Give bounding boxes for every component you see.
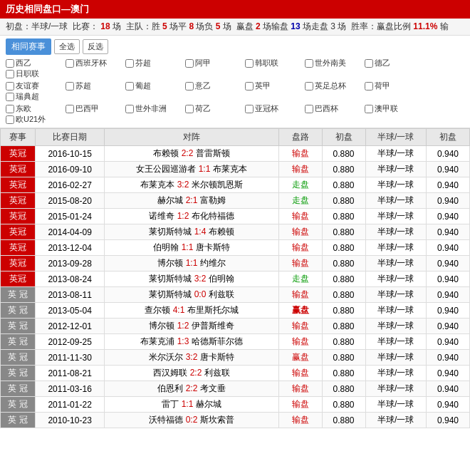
table-row: 英 冠2011-01-22雷丁 1:1 赫尔城输盘0.880半球/一球0.940 xyxy=(1,397,470,413)
cell-odds2: 0.940 xyxy=(426,413,469,428)
cell-handicap: 半球/一球 xyxy=(365,271,426,287)
col-odds1: 初盘 xyxy=(322,129,365,146)
cell-date: 2011-08-21 xyxy=(35,366,105,381)
cell-odds1: 0.880 xyxy=(322,240,365,256)
checkbox-item[interactable]: 东欧 xyxy=(6,103,63,114)
same-match-button[interactable]: 相同赛事 xyxy=(6,38,51,55)
cell-handicap: 半球/一球 xyxy=(365,366,426,381)
cell-odds2: 0.940 xyxy=(426,209,469,224)
table-row: 英冠2013-09-28博尔顿 1:1 约维尔输盘0.880半球/一球0.940 xyxy=(1,256,470,271)
cell-handicap: 半球/一球 xyxy=(365,193,426,209)
cell-pan: 输盘 xyxy=(278,256,322,271)
checkbox-item[interactable]: 澳甲联 xyxy=(365,103,422,114)
cell-league: 英冠 xyxy=(1,240,36,256)
cell-pan: 赢盘 xyxy=(278,303,322,319)
table-row: 英冠2013-12-04伯明翰 1:1 唐卡斯特输盘0.880半球/一球0.94… xyxy=(1,240,470,256)
checkbox-item[interactable]: 芬超 xyxy=(125,58,182,68)
cell-odds2: 0.940 xyxy=(426,381,469,397)
select-all-button[interactable]: 全选 xyxy=(54,39,80,54)
cell-league: 英冠 xyxy=(1,256,36,271)
cell-league: 英 冠 xyxy=(1,287,36,303)
cell-pan: 输盘 xyxy=(278,366,322,381)
cell-pan: 走盘 xyxy=(278,177,322,193)
cell-pan: 输盘 xyxy=(278,146,322,162)
checkbox-item[interactable]: 荷甲 xyxy=(365,81,422,91)
col-teams: 对阵 xyxy=(105,129,278,146)
checkbox-item[interactable]: 瑞典超 xyxy=(6,91,63,102)
cell-date: 2016-10-15 xyxy=(35,146,105,162)
checkbox-item[interactable]: 苏超 xyxy=(66,81,122,91)
checkbox-item[interactable]: 世外非洲 xyxy=(125,103,182,114)
cell-pan: 输盘 xyxy=(278,397,322,413)
cell-handicap: 半球/一球 xyxy=(365,334,426,350)
cell-pan: 输盘 xyxy=(278,381,322,397)
checkbox-item[interactable]: 荷乙 xyxy=(185,103,242,114)
cell-handicap: 半球/一球 xyxy=(365,413,426,428)
cell-handicap: 半球/一球 xyxy=(365,303,426,319)
table-row: 英冠2015-08-20赫尔城 2:1 富勒姆走盘0.880半球/一球0.940 xyxy=(1,193,470,209)
checkbox-item[interactable]: 意乙 xyxy=(185,81,242,91)
cell-odds2: 0.940 xyxy=(426,177,469,193)
checkbox-item[interactable]: 亚冠杯 xyxy=(245,103,302,114)
cell-handicap: 半球/一球 xyxy=(365,209,426,224)
cell-odds1: 0.880 xyxy=(322,224,365,240)
cell-odds2: 0.940 xyxy=(426,319,469,334)
col-pan: 盘路 xyxy=(278,129,322,146)
cell-handicap: 半球/一球 xyxy=(365,240,426,256)
cell-odds2: 0.940 xyxy=(426,271,469,287)
checkbox-item[interactable]: 友谊赛 xyxy=(6,81,63,91)
checkbox-item[interactable]: 英甲 xyxy=(245,81,302,91)
cell-handicap: 半球/一球 xyxy=(365,381,426,397)
checkbox-item[interactable]: 欧U21外 xyxy=(6,114,63,125)
cell-league: 英冠 xyxy=(1,224,36,240)
cell-odds1: 0.880 xyxy=(322,334,365,350)
checkbox-item[interactable]: 巴西甲 xyxy=(66,103,122,114)
checkbox-item[interactable]: 韩职联 xyxy=(245,58,302,68)
cell-teams: 布莱克浦 1:3 哈德斯菲尔德 xyxy=(105,334,278,350)
cell-date: 2013-08-24 xyxy=(35,271,105,287)
cell-teams: 西汉姆联 2:2 利兹联 xyxy=(105,366,278,381)
cell-pan: 输盘 xyxy=(278,209,322,224)
cell-handicap: 半球/一球 xyxy=(365,224,426,240)
cell-date: 2015-01-24 xyxy=(35,209,105,224)
cell-pan: 输盘 xyxy=(278,287,322,303)
cell-handicap: 半球/一球 xyxy=(365,397,426,413)
cell-odds1: 0.880 xyxy=(322,397,365,413)
cell-pan: 输盘 xyxy=(278,413,322,428)
checkbox-item[interactable]: 葡超 xyxy=(125,81,182,91)
cell-odds1: 0.880 xyxy=(322,177,365,193)
checkbox-item[interactable]: 西乙 xyxy=(6,58,63,68)
cell-date: 2013-05-04 xyxy=(35,303,105,319)
table-container: 赛事 比赛日期 对阵 盘路 初盘 半球/一球 初盘 英冠2016-10-15布赖… xyxy=(0,128,470,428)
cell-league: 英 冠 xyxy=(1,319,36,334)
cell-date: 2011-11-30 xyxy=(35,350,105,366)
checkbox-item[interactable]: 英足总杯 xyxy=(305,81,362,91)
cell-odds2: 0.940 xyxy=(426,366,469,381)
col-league: 赛事 xyxy=(1,129,36,146)
checkbox-item[interactable]: 巴西杯 xyxy=(305,103,362,114)
cell-odds2: 0.940 xyxy=(426,256,469,271)
cell-league: 英 冠 xyxy=(1,303,36,319)
checkbox-item[interactable]: 德乙 xyxy=(365,58,422,68)
checkbox-item[interactable]: 日职联 xyxy=(6,68,63,79)
table-row: 英 冠2012-09-25布莱克浦 1:3 哈德斯菲尔德输盘0.880半球/一球… xyxy=(1,334,470,350)
checkbox-item[interactable]: 世外南美 xyxy=(305,58,362,68)
cell-odds1: 0.880 xyxy=(322,319,365,334)
cell-teams: 博尔顿 1:2 伊普斯维奇 xyxy=(105,319,278,334)
controls-panel: 相同赛事 全选 反选 西乙西班牙杯芬超阿甲韩职联世外南美德乙日职联友谊赛苏超葡超… xyxy=(0,36,470,128)
cell-pan: 走盘 xyxy=(278,193,322,209)
cell-handicap: 半球/一球 xyxy=(365,177,426,193)
table-row: 英冠2016-09-10女王公园巡游者 1:1 布莱克本输盘0.880半球/一球… xyxy=(1,162,470,177)
cell-teams: 布赖顿 2:2 普雷斯顿 xyxy=(105,146,278,162)
cell-date: 2012-12-01 xyxy=(35,319,105,334)
cell-odds1: 0.880 xyxy=(322,271,365,287)
cell-pan: 输盘 xyxy=(278,240,322,256)
header: 历史相同盘口—澳门 xyxy=(0,0,470,19)
checkbox-item[interactable]: 阿甲 xyxy=(185,58,242,68)
cell-league: 英 冠 xyxy=(1,397,36,413)
invert-button[interactable]: 反选 xyxy=(83,39,108,54)
cell-odds1: 0.880 xyxy=(322,366,365,381)
checkbox-item[interactable]: 西班牙杯 xyxy=(66,58,122,68)
cell-odds1: 0.880 xyxy=(322,303,365,319)
table-row: 英 冠2010-10-23沃特福德 0:2 斯坎索普输盘0.880半球/一球0.… xyxy=(1,413,470,428)
